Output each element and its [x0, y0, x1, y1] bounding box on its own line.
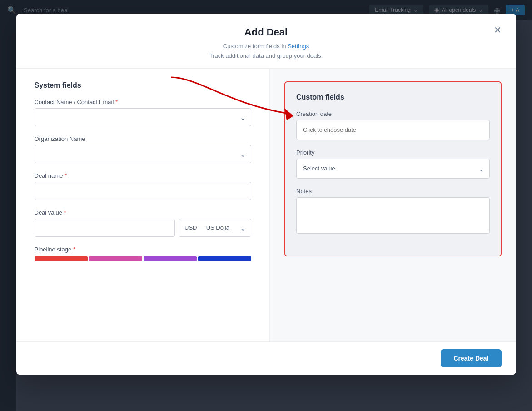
- stage-segment-1[interactable]: [35, 256, 88, 261]
- system-fields-title: System fields: [35, 81, 252, 90]
- add-deal-modal: Add Deal Customize form fields in Settin…: [16, 14, 516, 375]
- notes-textarea[interactable]: [296, 197, 490, 234]
- priority-select[interactable]: Select value High Medium Low: [296, 159, 490, 179]
- org-name-select[interactable]: [35, 145, 252, 163]
- notes-label: Notes: [296, 188, 490, 195]
- create-deal-button[interactable]: Create Deal: [441, 349, 501, 367]
- creation-date-label: Creation date: [296, 110, 490, 117]
- deal-value-row: USD — US Dolla EUR — Euro GBP — British …: [35, 219, 252, 237]
- custom-fields-section: Custom fields Creation date Priority Sel…: [270, 69, 516, 341]
- pipeline-stage-bar[interactable]: [35, 256, 252, 261]
- deal-name-label: Deal name *: [35, 172, 252, 179]
- contact-name-select[interactable]: [35, 108, 252, 126]
- deal-name-group: Deal name *: [35, 172, 252, 200]
- pipeline-stage-label: Pipeline stage *: [35, 246, 252, 253]
- system-fields-section: System fields Contact Name / Contact Ema…: [16, 69, 270, 341]
- contact-name-input-wrap: ⌄: [35, 108, 252, 126]
- deal-name-input[interactable]: [35, 182, 252, 200]
- settings-link[interactable]: Settings: [288, 43, 309, 50]
- creation-date-group: Creation date: [296, 110, 490, 140]
- modal-header: Add Deal Customize form fields in Settin…: [16, 14, 516, 69]
- modal-title: Add Deal: [44, 26, 489, 38]
- subtitle-text2: Track additional data and group your dea…: [209, 52, 323, 59]
- subtitle-text: Customize form fields in: [223, 43, 288, 50]
- deal-value-input[interactable]: [35, 219, 175, 237]
- priority-select-wrap: Select value High Medium Low ⌄: [296, 159, 490, 179]
- stage-segment-2[interactable]: [89, 256, 142, 261]
- custom-fields-inner: Custom fields Creation date Priority Sel…: [284, 81, 502, 256]
- modal-overlay: Add Deal Customize form fields in Settin…: [0, 0, 532, 411]
- close-button[interactable]: ✕: [491, 23, 505, 37]
- org-name-input-wrap: ⌄: [35, 145, 252, 163]
- currency-select[interactable]: USD — US Dolla EUR — Euro GBP — British …: [179, 219, 251, 237]
- org-name-group: Organization Name ⌄: [35, 135, 252, 163]
- stage-segment-4[interactable]: [198, 256, 251, 261]
- modal-body: System fields Contact Name / Contact Ema…: [16, 69, 516, 341]
- priority-group: Priority Select value High Medium Low ⌄: [296, 149, 490, 179]
- modal-footer: Create Deal: [16, 341, 516, 375]
- modal-subtitle: Customize form fields in Settings Track …: [44, 42, 489, 61]
- currency-select-wrap: USD — US Dolla EUR — Euro GBP — British …: [179, 219, 251, 237]
- contact-name-label: Contact Name / Contact Email *: [35, 99, 252, 105]
- deal-value-label: Deal value *: [35, 209, 252, 216]
- contact-name-group: Contact Name / Contact Email * ⌄: [35, 99, 252, 126]
- priority-label: Priority: [296, 149, 490, 156]
- notes-group: Notes: [296, 188, 490, 236]
- custom-fields-title: Custom fields: [296, 93, 490, 101]
- deal-value-group: Deal value * USD — US Dolla EUR — Euro G…: [35, 209, 252, 237]
- org-name-label: Organization Name: [35, 135, 252, 142]
- creation-date-input[interactable]: [296, 120, 490, 140]
- stage-segment-3[interactable]: [144, 256, 197, 261]
- pipeline-stage-group: Pipeline stage *: [35, 246, 252, 261]
